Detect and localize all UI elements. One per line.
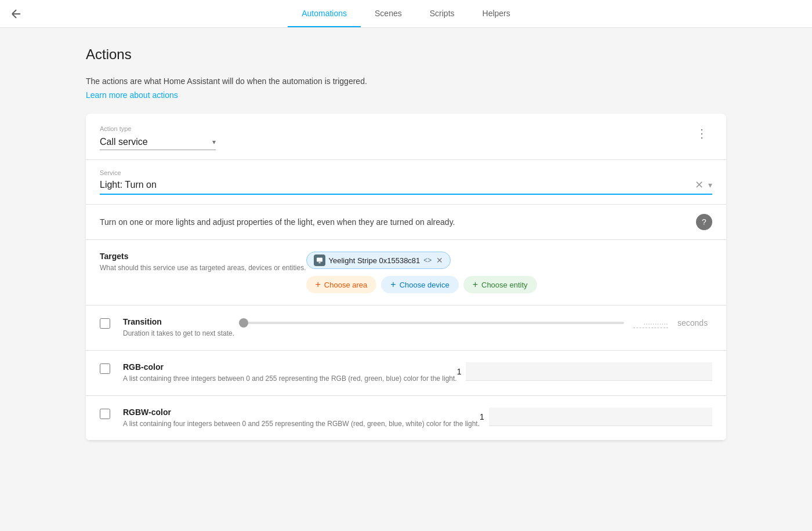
choose-area-label: Choose area (324, 281, 367, 289)
rgbw-color-title: RGBW-color (123, 408, 480, 417)
action-type-value: Call service (100, 137, 148, 147)
targets-title: Targets (100, 252, 306, 261)
rgbw-color-row: RGBW-color A list containing four intege… (86, 396, 726, 441)
back-button[interactable] (9, 7, 23, 21)
chip-code-icon: <> (423, 256, 432, 264)
action-type-dropdown[interactable]: Call service ▾ (100, 134, 216, 150)
service-actions: ✕ ▾ (695, 179, 712, 191)
rgbw-input-field[interactable] (489, 408, 712, 426)
tab-automations[interactable]: Automations (288, 1, 361, 27)
transition-slider-thumb[interactable] (239, 318, 248, 328)
targets-label-col: Targets What should this service use as … (100, 252, 306, 273)
service-dropdown-button[interactable]: ▾ (708, 180, 712, 190)
rgbw-checkbox-col (100, 408, 123, 421)
choose-entity-label: Choose entity (481, 281, 528, 289)
targets-row: Targets What should this service use as … (86, 240, 726, 305)
top-navigation: Automations Scenes Scripts Helpers (0, 0, 812, 28)
rgbw-label-col: RGBW-color A list containing four intege… (123, 408, 480, 429)
rgbw-index: 1 (480, 412, 484, 421)
rgb-index: 1 (457, 367, 462, 376)
rgb-color-description: A list containing three integers between… (123, 374, 457, 384)
main-content: Actions The actions are what Home Assist… (58, 28, 754, 459)
tab-helpers[interactable]: Helpers (469, 1, 524, 27)
chevron-down-icon: ▾ (212, 138, 216, 146)
targets-description: What should this service use as targeted… (100, 263, 306, 273)
choose-device-label: Choose device (400, 281, 449, 289)
rgbw-control-col: 1 (480, 408, 712, 426)
rgb-color-title: RGB-color (123, 362, 457, 372)
service-value-row: Light: Turn on ✕ ▾ (100, 179, 712, 195)
service-row: Service Light: Turn on ✕ ▾ (86, 160, 726, 205)
choose-device-button[interactable]: + Choose device (381, 276, 458, 293)
transition-label-col: Transition Duration it takes to get to n… (123, 317, 239, 339)
choose-area-button[interactable]: + Choose area (306, 276, 377, 293)
action-card: Action type Call service ▾ ⋮ Service Lig… (86, 114, 726, 441)
help-button[interactable]: ? (696, 214, 712, 230)
rgb-input-field[interactable] (466, 362, 712, 381)
transition-slider-track (239, 322, 624, 324)
tab-scenes[interactable]: Scenes (361, 1, 416, 27)
device-chip-icon (314, 254, 325, 266)
service-value: Light: Turn on (100, 180, 157, 190)
svg-rect-0 (317, 258, 322, 262)
action-type-label: Action type (100, 125, 216, 132)
transition-slider-value: ........... (633, 317, 668, 328)
choose-entity-button[interactable]: + Choose entity (463, 276, 537, 293)
device-plus-icon: + (390, 279, 396, 290)
entity-plus-icon: + (473, 279, 478, 290)
tab-scripts[interactable]: Scripts (416, 1, 469, 27)
chip-remove-button[interactable]: ✕ (436, 256, 443, 265)
rgb-color-checkbox[interactable] (100, 363, 110, 374)
rgbw-inputs: 1 (480, 408, 712, 426)
transition-title: Transition (123, 317, 239, 326)
transition-description: Duration it takes to get to next state. (123, 329, 239, 339)
learn-more-link[interactable]: Learn more about actions (86, 90, 178, 100)
transition-checkbox-col (100, 317, 123, 330)
rgb-label-col: RGB-color A list containing three intege… (123, 362, 457, 384)
rgb-color-row: RGB-color A list containing three intege… (86, 351, 726, 396)
card-header: Action type Call service ▾ ⋮ (86, 114, 726, 160)
more-options-button[interactable]: ⋮ (691, 125, 712, 141)
action-type-selector: Action type Call service ▾ (100, 125, 216, 150)
rgbw-color-checkbox[interactable] (100, 409, 110, 419)
transition-unit-label: seconds (677, 318, 712, 328)
service-description-row: Turn on one or more lights and adjust pr… (86, 205, 726, 240)
add-chips-row: + Choose area + Choose device + Choose e… (306, 276, 712, 293)
rgb-checkbox-col (100, 362, 123, 376)
page-title: Actions (86, 46, 726, 63)
targets-chips-col: Yeelight Stripe 0x15538c81 <> ✕ + Choose… (306, 252, 712, 293)
device-chip-label: Yeelight Stripe 0x15538c81 (329, 256, 420, 265)
device-chip: Yeelight Stripe 0x15538c81 <> ✕ (306, 252, 451, 269)
transition-slider-container: ........... seconds (239, 317, 712, 328)
nav-tabs: Automations Scenes Scripts Helpers (288, 1, 524, 27)
transition-row: Transition Duration it takes to get to n… (86, 305, 726, 351)
service-label: Service (100, 169, 712, 176)
section-description: The actions are what Home Assistant will… (86, 77, 726, 86)
transition-control-col: ........... seconds (239, 317, 712, 328)
area-plus-icon: + (316, 279, 321, 290)
rgb-inputs: 1 (457, 362, 712, 381)
rgbw-color-description: A list containing four integers between … (123, 419, 480, 429)
service-clear-button[interactable]: ✕ (695, 179, 704, 191)
transition-checkbox[interactable] (100, 318, 110, 329)
rgb-control-col: 1 (457, 362, 712, 381)
service-description-text: Turn on one or more lights and adjust pr… (100, 217, 455, 227)
